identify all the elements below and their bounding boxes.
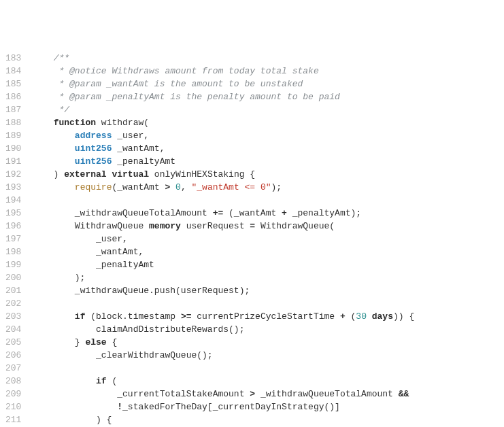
- line-number: 196: [5, 220, 21, 233]
- code-line[interactable]: * @notice Withdraws amount from today to…: [32, 65, 504, 78]
- code-line[interactable]: if (: [32, 375, 504, 388]
- token: days: [372, 311, 393, 322]
- line-number: 205: [5, 336, 21, 349]
- token: require: [75, 182, 112, 192]
- code-line[interactable]: !_stakedForTheDay[_currentDayInStrategy(…: [32, 400, 504, 413]
- code-line[interactable]: _user,: [32, 233, 504, 245]
- code-line[interactable]: _clearWithdrawQueue();: [32, 349, 504, 362]
- code-line[interactable]: _withdrawQueueTotalAmount += (_wantAmt +…: [32, 207, 504, 220]
- code-line[interactable]: ) {: [32, 413, 504, 426]
- code-line[interactable]: /**: [32, 52, 504, 65]
- token: address: [75, 131, 112, 141]
- token: onlyWinHEXStaking {: [149, 169, 255, 180]
- line-number: 185: [5, 78, 21, 90]
- token: >: [165, 182, 170, 192]
- line-number: 209: [5, 388, 21, 400]
- line-number: 203: [5, 310, 21, 323]
- line-number: 189: [5, 129, 21, 142]
- line-number: 194: [5, 194, 21, 207]
- line-number: 197: [5, 233, 21, 245]
- line-number: 206: [5, 349, 21, 362]
- line-number: 202: [5, 297, 21, 310]
- line-number: 200: [5, 271, 21, 284]
- token: _withdrawQueue.push(userRequest);: [75, 286, 250, 296]
- code-line[interactable]: _currentTotalStakeAmount > _withdrawQueu…: [32, 388, 504, 400]
- token: uint256: [75, 143, 112, 154]
- token: function: [54, 118, 96, 128]
- token: 30: [356, 311, 367, 322]
- token: +: [282, 208, 287, 218]
- token: _wantAmt,: [96, 247, 144, 257]
- code-line[interactable]: );: [32, 271, 504, 284]
- code-line[interactable]: if (block.timestamp >= currentPrizeCycle…: [32, 310, 504, 323]
- token: * @notice Withdraws amount from today to…: [58, 66, 318, 76]
- token: 0: [175, 182, 181, 192]
- token: * @param _wantAmt is the amount to be un…: [58, 79, 303, 89]
- line-number: 190: [5, 142, 21, 155]
- token: */: [58, 105, 69, 115]
- code-line[interactable]: claimAndDistributeRewards();: [32, 323, 504, 336]
- token: +: [340, 311, 346, 322]
- line-number-gutter: 1831841851861871881891901911921931941951…: [0, 52, 28, 427]
- token: &&: [399, 389, 409, 399]
- code-line[interactable]: * @param _wantAmt is the amount to be un…: [32, 78, 504, 90]
- code-line[interactable]: WithdrawQueue memory userRequest = Withd…: [32, 220, 504, 233]
- code-editor: 1831841851861871881891901911921931941951…: [0, 52, 504, 427]
- token: claimAndDistributeRewards();: [96, 324, 244, 335]
- code-line[interactable]: require(_wantAmt > 0, "_wantAmt <= 0");: [32, 181, 504, 194]
- token: _user,: [96, 234, 128, 244]
- token: if: [96, 376, 107, 386]
- token: _wantAmt,: [112, 143, 165, 154]
- token: >: [250, 389, 255, 399]
- code-line[interactable]: [32, 194, 504, 207]
- code-content[interactable]: /** * @notice Withdraws amount from toda…: [28, 52, 504, 427]
- code-line[interactable]: ) external virtual onlyWinHEXStaking {: [32, 168, 504, 181]
- line-number: 191: [5, 155, 21, 168]
- line-number: 187: [5, 103, 21, 116]
- line-number: 207: [5, 362, 21, 375]
- code-line[interactable]: address _user,: [32, 129, 504, 142]
- token: _penaltyAmt: [96, 260, 154, 270]
- code-line[interactable]: uint256 _penaltyAmt: [32, 155, 504, 168]
- code-line[interactable]: _wantAmt,: [32, 245, 504, 258]
- line-number: 184: [5, 65, 21, 78]
- line-number: 204: [5, 323, 21, 336]
- token: external: [64, 169, 106, 180]
- line-number: 199: [5, 258, 21, 271]
- line-number: 201: [5, 284, 21, 297]
- token: _clearWithdrawQueue();: [96, 350, 213, 360]
- line-number: 211: [5, 413, 21, 426]
- token: _user,: [112, 131, 149, 141]
- code-line[interactable]: _withdrawQueue.push(userRequest);: [32, 284, 504, 297]
- code-line[interactable]: } else {: [32, 336, 504, 349]
- token: +=: [213, 208, 224, 218]
- token: memory: [149, 221, 181, 231]
- line-number: 188: [5, 116, 21, 129]
- code-line[interactable]: [32, 297, 504, 310]
- code-line[interactable]: _penaltyAmt: [32, 258, 504, 271]
- token: "_wantAmt <= 0": [192, 182, 271, 192]
- code-line[interactable]: [32, 362, 504, 375]
- line-number: 208: [5, 375, 21, 388]
- token: =: [250, 221, 255, 231]
- token: virtual: [112, 169, 149, 180]
- line-number: 198: [5, 245, 21, 258]
- line-number: 195: [5, 207, 21, 220]
- code-line[interactable]: function withdraw(: [32, 116, 504, 129]
- token: !: [117, 402, 122, 412]
- code-line[interactable]: uint256 _wantAmt,: [32, 142, 504, 155]
- line-number: 210: [5, 400, 21, 413]
- code-line[interactable]: */: [32, 103, 504, 116]
- line-number: 183: [5, 52, 21, 65]
- token: * @param _penaltyAmt is the penalty amou…: [58, 92, 339, 102]
- token: if: [75, 311, 86, 322]
- line-number: 193: [5, 181, 21, 194]
- token: _penaltyAmt: [112, 156, 175, 167]
- token: >=: [181, 311, 192, 322]
- token: _stakedForTheDay[_currentDayInStrategy()…: [122, 402, 340, 412]
- token: uint256: [75, 156, 112, 167]
- token: withdraw: [101, 118, 144, 128]
- code-line[interactable]: * @param _penaltyAmt is the penalty amou…: [32, 90, 504, 103]
- line-number: 186: [5, 90, 21, 103]
- token: else: [85, 337, 106, 347]
